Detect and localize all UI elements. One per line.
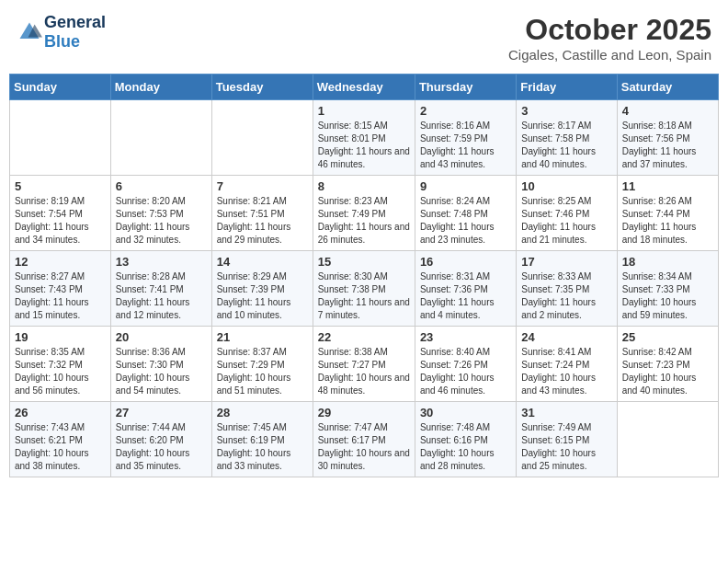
day-number: 10 <box>521 179 611 193</box>
logo: General Blue <box>17 13 106 52</box>
col-header-thursday: Thursday <box>415 75 516 100</box>
title-block: October 2025 Cigales, Castille and Leon,… <box>508 13 711 63</box>
calendar-cell <box>110 100 211 176</box>
calendar-cell: 31Sunrise: 7:49 AMSunset: 6:15 PMDayligh… <box>517 402 617 477</box>
day-number: 30 <box>420 406 511 419</box>
calendar-cell: 29Sunrise: 7:47 AMSunset: 6:17 PMDayligh… <box>313 402 415 477</box>
day-info: Sunrise: 8:28 AMSunset: 7:41 PMDaylight:… <box>116 270 207 322</box>
day-number: 23 <box>420 330 511 344</box>
day-info: Sunrise: 8:24 AMSunset: 7:48 PMDaylight:… <box>420 195 511 247</box>
day-number: 3 <box>521 104 611 118</box>
logo-general-text: General <box>44 13 106 31</box>
day-info: Sunrise: 8:41 AMSunset: 7:24 PMDaylight:… <box>521 346 611 397</box>
calendar-cell: 26Sunrise: 7:43 AMSunset: 6:21 PMDayligh… <box>10 402 111 477</box>
day-info: Sunrise: 8:19 AMSunset: 7:54 PMDaylight:… <box>15 195 106 247</box>
day-number: 25 <box>622 330 713 344</box>
day-number: 16 <box>420 255 511 269</box>
day-info: Sunrise: 8:17 AMSunset: 7:58 PMDaylight:… <box>521 120 611 171</box>
calendar-cell: 5Sunrise: 8:19 AMSunset: 7:54 PMDaylight… <box>10 176 111 251</box>
calendar-cell: 13Sunrise: 8:28 AMSunset: 7:41 PMDayligh… <box>110 251 211 327</box>
day-number: 21 <box>217 330 308 344</box>
day-info: Sunrise: 8:21 AMSunset: 7:51 PMDaylight:… <box>217 195 308 247</box>
calendar-cell: 30Sunrise: 7:48 AMSunset: 6:16 PMDayligh… <box>415 402 516 477</box>
page-header: General Blue October 2025 Cigales, Casti… <box>9 9 719 66</box>
calendar-cell: 27Sunrise: 7:44 AMSunset: 6:20 PMDayligh… <box>110 402 211 477</box>
day-info: Sunrise: 8:27 AMSunset: 7:43 PMDaylight:… <box>15 270 106 322</box>
day-info: Sunrise: 8:30 AMSunset: 7:38 PMDaylight:… <box>318 270 410 322</box>
calendar-cell: 12Sunrise: 8:27 AMSunset: 7:43 PMDayligh… <box>10 251 111 327</box>
day-info: Sunrise: 8:29 AMSunset: 7:39 PMDaylight:… <box>217 270 308 322</box>
page-title: October 2025 <box>508 13 711 47</box>
logo-blue-text: Blue <box>44 32 80 51</box>
day-info: Sunrise: 7:47 AMSunset: 6:17 PMDaylight:… <box>318 421 410 473</box>
day-number: 7 <box>217 179 308 193</box>
calendar-cell: 15Sunrise: 8:30 AMSunset: 7:38 PMDayligh… <box>313 251 415 327</box>
day-info: Sunrise: 8:23 AMSunset: 7:49 PMDaylight:… <box>318 195 410 247</box>
calendar-cell: 9Sunrise: 8:24 AMSunset: 7:48 PMDaylight… <box>415 176 516 251</box>
day-info: Sunrise: 8:31 AMSunset: 7:36 PMDaylight:… <box>420 270 511 322</box>
calendar-cell: 3Sunrise: 8:17 AMSunset: 7:58 PMDaylight… <box>517 100 617 176</box>
col-header-sunday: Sunday <box>10 75 111 100</box>
calendar-cell <box>617 402 718 477</box>
calendar-cell: 11Sunrise: 8:26 AMSunset: 7:44 PMDayligh… <box>617 176 718 251</box>
day-number: 4 <box>622 104 713 118</box>
day-number: 9 <box>420 179 511 193</box>
day-number: 2 <box>420 104 511 118</box>
calendar-cell: 4Sunrise: 8:18 AMSunset: 7:56 PMDaylight… <box>617 100 718 176</box>
day-info: Sunrise: 8:40 AMSunset: 7:26 PMDaylight:… <box>420 346 511 397</box>
calendar-cell: 8Sunrise: 8:23 AMSunset: 7:49 PMDaylight… <box>313 176 415 251</box>
calendar-cell: 19Sunrise: 8:35 AMSunset: 7:32 PMDayligh… <box>10 327 111 402</box>
day-info: Sunrise: 8:33 AMSunset: 7:35 PMDaylight:… <box>521 270 611 322</box>
day-number: 5 <box>15 179 106 193</box>
day-info: Sunrise: 7:44 AMSunset: 6:20 PMDaylight:… <box>116 421 207 473</box>
day-info: Sunrise: 7:45 AMSunset: 6:19 PMDaylight:… <box>217 421 308 473</box>
day-info: Sunrise: 7:43 AMSunset: 6:21 PMDaylight:… <box>15 421 106 473</box>
day-number: 24 <box>521 330 611 344</box>
day-number: 28 <box>217 406 308 419</box>
day-number: 13 <box>116 255 207 269</box>
calendar-cell: 22Sunrise: 8:38 AMSunset: 7:27 PMDayligh… <box>313 327 415 402</box>
day-number: 12 <box>15 255 106 269</box>
day-number: 22 <box>318 330 410 344</box>
day-number: 18 <box>622 255 713 269</box>
day-info: Sunrise: 8:20 AMSunset: 7:53 PMDaylight:… <box>116 195 207 247</box>
calendar-cell: 7Sunrise: 8:21 AMSunset: 7:51 PMDaylight… <box>211 176 313 251</box>
col-header-monday: Monday <box>110 75 211 100</box>
calendar-header-row: SundayMondayTuesdayWednesdayThursdayFrid… <box>10 75 719 100</box>
day-info: Sunrise: 8:15 AMSunset: 8:01 PMDaylight:… <box>318 120 410 171</box>
day-info: Sunrise: 8:18 AMSunset: 7:56 PMDaylight:… <box>622 120 713 171</box>
calendar-cell: 16Sunrise: 8:31 AMSunset: 7:36 PMDayligh… <box>415 251 516 327</box>
calendar-week-row: 19Sunrise: 8:35 AMSunset: 7:32 PMDayligh… <box>10 327 719 402</box>
day-number: 27 <box>116 406 207 419</box>
day-info: Sunrise: 7:48 AMSunset: 6:16 PMDaylight:… <box>420 421 511 473</box>
day-info: Sunrise: 8:25 AMSunset: 7:46 PMDaylight:… <box>521 195 611 247</box>
day-info: Sunrise: 8:16 AMSunset: 7:59 PMDaylight:… <box>420 120 511 171</box>
calendar-cell: 21Sunrise: 8:37 AMSunset: 7:29 PMDayligh… <box>211 327 313 402</box>
calendar-cell: 20Sunrise: 8:36 AMSunset: 7:30 PMDayligh… <box>110 327 211 402</box>
day-number: 6 <box>116 179 207 193</box>
calendar-week-row: 12Sunrise: 8:27 AMSunset: 7:43 PMDayligh… <box>10 251 719 327</box>
calendar-cell: 14Sunrise: 8:29 AMSunset: 7:39 PMDayligh… <box>211 251 313 327</box>
calendar-cell: 18Sunrise: 8:34 AMSunset: 7:33 PMDayligh… <box>617 251 718 327</box>
calendar-cell: 10Sunrise: 8:25 AMSunset: 7:46 PMDayligh… <box>517 176 617 251</box>
day-number: 11 <box>622 179 713 193</box>
calendar-table: SundayMondayTuesdayWednesdayThursdayFrid… <box>9 74 719 477</box>
day-number: 26 <box>15 406 106 419</box>
logo-icon <box>17 19 42 45</box>
calendar-week-row: 5Sunrise: 8:19 AMSunset: 7:54 PMDaylight… <box>10 176 719 251</box>
page-subtitle: Cigales, Castille and Leon, Spain <box>508 47 711 63</box>
day-number: 19 <box>15 330 106 344</box>
day-info: Sunrise: 8:36 AMSunset: 7:30 PMDaylight:… <box>116 346 207 397</box>
day-number: 29 <box>318 406 410 419</box>
day-info: Sunrise: 8:38 AMSunset: 7:27 PMDaylight:… <box>318 346 410 397</box>
day-number: 31 <box>521 406 611 419</box>
calendar-cell <box>10 100 111 176</box>
day-info: Sunrise: 7:49 AMSunset: 6:15 PMDaylight:… <box>521 421 611 473</box>
calendar-cell: 25Sunrise: 8:42 AMSunset: 7:23 PMDayligh… <box>617 327 718 402</box>
day-info: Sunrise: 8:42 AMSunset: 7:23 PMDaylight:… <box>622 346 713 397</box>
day-info: Sunrise: 8:37 AMSunset: 7:29 PMDaylight:… <box>217 346 308 397</box>
calendar-week-row: 26Sunrise: 7:43 AMSunset: 6:21 PMDayligh… <box>10 402 719 477</box>
day-number: 8 <box>318 179 410 193</box>
calendar-cell: 1Sunrise: 8:15 AMSunset: 8:01 PMDaylight… <box>313 100 415 176</box>
calendar-cell: 17Sunrise: 8:33 AMSunset: 7:35 PMDayligh… <box>517 251 617 327</box>
